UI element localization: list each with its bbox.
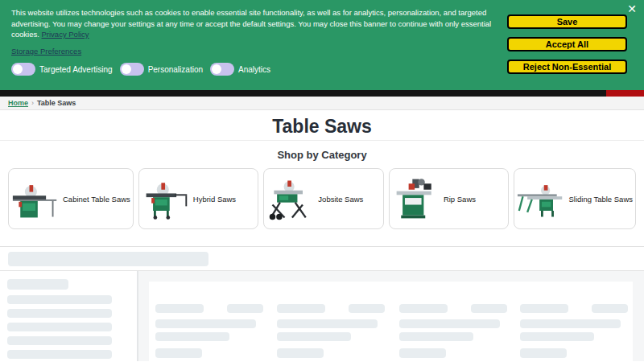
product-skeleton [520,282,642,362]
reject-non-essential-button[interactable]: Reject Non-Essential [507,60,627,74]
category-card-cabinet-table-saws[interactable]: Cabinet Table Saws [8,168,134,229]
breadcrumb-separator: › [31,99,34,107]
skeleton-bar [399,332,473,341]
skeleton-bar [7,295,112,304]
skeleton-bar [277,319,378,328]
privacy-policy-link[interactable]: Privacy Policy [42,30,89,39]
results-panel-loading [149,282,633,362]
breadcrumb-current: Table Saws [37,99,76,107]
skeleton-bar [277,332,351,341]
filter-bar-loading [0,246,644,271]
category-label: Hybrid Saws [193,195,236,204]
toggle-label: Personalization [148,65,203,74]
product-skeleton [155,282,277,362]
skeleton-bar [155,319,256,328]
jobsite-saw-image [266,175,315,222]
skeleton-bar [7,279,68,290]
switch-knob [13,64,23,74]
hybrid-saw-image [142,175,190,222]
skeleton-bar [349,304,385,313]
skeleton-bar [399,319,500,328]
toggle-label: Analytics [238,65,270,74]
skeleton-bar [8,252,208,266]
storage-preferences-link[interactable]: Storage Preferences [11,47,81,56]
switch-knob [122,64,131,74]
toggle-personalization: Personalization [120,63,203,76]
category-label: Sliding Table Saws [568,195,633,204]
skeleton-bar [155,348,202,358]
rip-saw-image [392,175,440,222]
skeleton-bar [155,304,204,313]
close-icon[interactable]: ✕ [627,2,637,16]
skeleton-bar [520,332,594,341]
save-button[interactable]: Save [507,14,627,29]
targeted-advertising-switch[interactable] [11,63,35,76]
category-label: Cabinet Table Saws [63,195,130,204]
category-card-rip-saws[interactable]: Rip Saws [389,168,510,229]
page: This website utilizes technologies such … [0,0,644,362]
site-header-bar [0,90,644,97]
page-title: Table Saws [0,110,644,138]
skeleton-bar [7,336,112,345]
main-content [0,271,644,361]
divider [0,140,644,141]
consent-buttons: Save Accept All Reject Non-Essential [507,14,627,74]
sliding-table-saw-image [517,175,565,222]
personalization-switch[interactable] [120,63,144,76]
switch-knob [212,64,221,74]
breadcrumb-home-link[interactable]: Home [8,99,28,107]
skeleton-bar [520,348,567,358]
skeleton-bar [7,323,112,331]
skeleton-bar [227,304,263,313]
cookie-consent-banner: This website utilizes technologies such … [0,0,644,90]
results-area [138,271,644,361]
facet-sidebar-loading [0,271,138,361]
breadcrumb: Home › Table Saws [0,97,644,110]
skeleton-bar [155,332,229,341]
skeleton-bar [7,309,112,318]
category-card-row: Cabinet Table Saws Hybrid Saws [0,168,644,229]
accept-all-button[interactable]: Accept All [507,37,627,51]
skeleton-bar [520,304,568,313]
shop-by-category-heading: Shop by Category [0,150,644,161]
product-skeleton [399,282,521,362]
skeleton-bar [277,304,325,313]
toggle-label: Targeted Advertising [39,65,113,74]
cookie-message: This website utilizes technologies such … [11,7,499,40]
category-card-hybrid-saws[interactable]: Hybrid Saws [138,168,259,229]
toggle-analytics: Analytics [210,63,270,76]
consent-toggle-row: Targeted Advertising Personalization Ana… [11,63,270,76]
category-label: Rip Saws [444,195,476,204]
header-red-accent [606,90,644,97]
skeleton-bar [399,304,448,313]
skeleton-bar [277,348,324,358]
toggle-targeted-advertising: Targeted Advertising [11,63,113,76]
category-card-sliding-table-saws[interactable]: Sliding Table Saws [514,168,636,229]
skeleton-bar [592,304,628,313]
category-label: Jobsite Saws [318,195,363,204]
skeleton-bar [520,319,621,328]
product-skeleton [277,282,398,362]
cabinet-table-saw-image [11,175,60,222]
skeleton-bar [7,350,112,359]
skeleton-bar [399,348,446,358]
analytics-switch[interactable] [210,63,234,76]
skeleton-bar [471,304,507,313]
category-card-jobsite-saws[interactable]: Jobsite Saws [263,168,384,229]
